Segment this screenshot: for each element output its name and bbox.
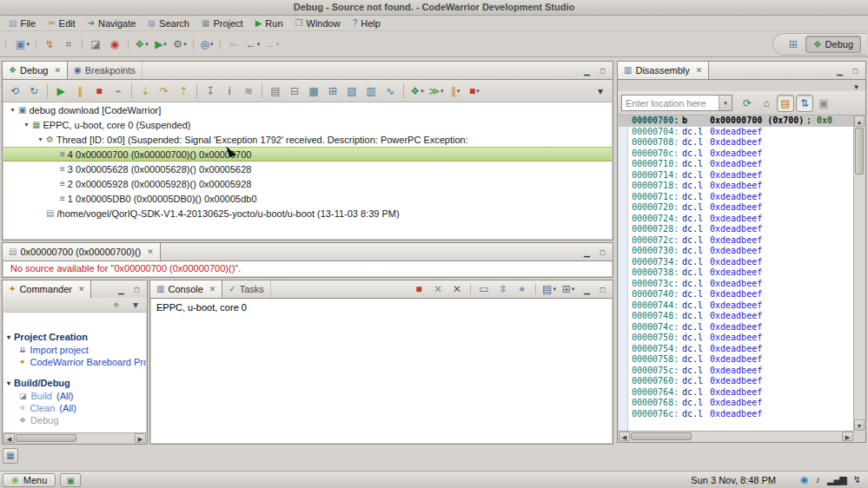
link-with-editor-button[interactable]: ⌖ (108, 296, 125, 313)
view-registers-button[interactable]: ⊞ (324, 82, 341, 100)
remove-launch-button[interactable]: ✕ (429, 280, 447, 298)
flash-programmer-button[interactable]: ↯ (41, 36, 58, 53)
debug-tree-row[interactable]: ≡1 0x00005DB0 (0x00005DB0)() 0x00005db0 (3, 191, 612, 206)
close-icon[interactable]: ✕ (209, 285, 216, 293)
debug-button[interactable]: ❖▾ (133, 36, 150, 53)
open-perspective-button[interactable]: ⊞ (785, 36, 802, 53)
step-return-button[interactable]: ⇡ (175, 82, 192, 100)
restart-button[interactable]: ↻ (25, 82, 43, 100)
clear-console-button[interactable]: ▭ (475, 280, 493, 298)
back-button[interactable]: ←▾ (244, 36, 262, 53)
open-console-button[interactable]: ⊞▾ (560, 280, 577, 298)
multicore-resume-button[interactable]: ≫▾ (427, 82, 445, 100)
scroll-right-icon[interactable]: ▶ (135, 433, 146, 443)
menu-project[interactable]: ▦Project (195, 16, 249, 31)
menu-window[interactable]: ❐Window (289, 16, 347, 31)
power-icon[interactable]: ↯ (853, 475, 861, 485)
remove-all-launches-button[interactable]: ✕ (448, 280, 466, 298)
commander-section-header[interactable]: ▾Project Creation (3, 330, 146, 344)
step-over-button[interactable]: ↷ (156, 82, 173, 100)
close-icon[interactable]: ✕ (147, 247, 154, 256)
titlebar[interactable]: Debug - Source not found. - CodeWarrior … (0, 0, 868, 16)
view-menu-button[interactable]: ▾ (592, 82, 609, 100)
system-menu-button[interactable]: ◉ Menu (3, 473, 56, 487)
trace-button[interactable]: ∿ (381, 82, 399, 100)
expander-icon[interactable]: ▾ (8, 106, 17, 114)
minimize-button[interactable]: ▁ (580, 64, 593, 76)
location-input[interactable]: Enter location here ▾ (621, 95, 732, 111)
tab-console[interactable]: ▥ Console ✕ (150, 280, 222, 298)
disassembly-row[interactable]: 00000704:dc.l0xdeadbeef (619, 127, 853, 138)
debug-tree-row[interactable]: ≡4 0x00000700 (0x00000700)() 0x00000700 (3, 147, 612, 162)
display-console-button[interactable]: ▤▾ (540, 280, 558, 298)
menu-run[interactable]: ▶Run (249, 16, 289, 31)
debug-tree-row[interactable]: ▤/home/vogel/QorIQ-SDK-V1.4-20130625-yoc… (3, 206, 612, 221)
collapse-all-button[interactable]: ⊟ (286, 82, 303, 100)
section-collapse-icon[interactable]: ▾ (7, 379, 10, 387)
pin-console-button[interactable]: ⌖ (514, 280, 531, 298)
editor-content[interactable]: No source available for "0x00000700 (0x0… (3, 261, 612, 276)
disassembly-settings-button[interactable]: ▣ (815, 95, 832, 112)
taskbar-app-button[interactable]: ▣ (60, 473, 81, 487)
scrollbar-thumb[interactable] (855, 128, 864, 175)
reset-target-button[interactable]: ⟲ (6, 82, 23, 100)
toolbar-drag-handle[interactable]: ⁞ (4, 36, 10, 53)
external-tools-button[interactable]: ⚙▾ (171, 36, 189, 53)
section-collapse-icon[interactable]: ▾ (7, 333, 10, 341)
disassembly-row[interactable]: 00000750:dc.l0xdeadbeef (619, 333, 853, 344)
minimize-button[interactable]: ▁ (580, 283, 593, 295)
menu-navigate[interactable]: ➜Navigate (82, 16, 142, 31)
show-full-paths-button[interactable]: ▤ (267, 82, 284, 100)
maximize-button[interactable]: □ (849, 64, 862, 76)
scroll-right-icon[interactable]: ▶ (842, 432, 853, 441)
instruction-stepping-button[interactable]: i (221, 82, 238, 100)
view-memory-button[interactable]: ▦ (305, 82, 322, 100)
scroll-left-icon[interactable]: ◀ (3, 433, 15, 443)
maximize-button[interactable]: □ (596, 64, 609, 76)
debug-perspective-button[interactable]: ❖ Debug (805, 36, 861, 53)
disassembly-row[interactable]: 00000708:dc.l0xdeadbeef (619, 137, 853, 148)
fast-view-button[interactable]: ▦ (3, 448, 18, 464)
target-connect-button[interactable]: ⌗ (60, 36, 77, 53)
refresh-button[interactable]: ⟳ (739, 95, 756, 112)
disassembly-row[interactable]: 00000714:dc.l0xdeadbeef (619, 170, 853, 181)
drop-to-frame-button[interactable]: ↧ (202, 82, 219, 100)
resume-button[interactable]: ▶ (52, 82, 70, 100)
view-menu-button[interactable]: ▾ (127, 296, 144, 313)
disassembly-row[interactable]: 00000728:dc.l0xdeadbeef (619, 224, 853, 235)
disassembly-row[interactable]: 00000740:dc.l0xdeadbeef (619, 289, 853, 300)
commander-horizontal-scrollbar[interactable]: ◀ ▶ (3, 432, 146, 443)
network-signal-icon[interactable]: ▂▄▆ (827, 475, 846, 485)
debug-tree-row[interactable]: ▾▦EPPC, u-boot, core 0 (Suspended) (3, 117, 612, 132)
minimize-button[interactable]: ▁ (833, 64, 846, 76)
disassembly-row[interactable]: 00000758:dc.l0xdeadbeef (619, 354, 853, 366)
view-variables-button[interactable]: ▧ (343, 82, 361, 100)
maximize-button[interactable]: □ (596, 246, 609, 258)
step-into-button[interactable]: ⇣ (136, 82, 154, 100)
disassembly-row[interactable]: 00000768:dc.l0xdeadbeef (619, 398, 853, 409)
disassembly-row[interactable]: 00000754:dc.l0xdeadbeef (619, 344, 853, 355)
disassembly-vertical-scrollbar[interactable]: ▲ ▼ (853, 115, 865, 431)
terminate-button[interactable]: ■ (90, 82, 108, 100)
sync-selection-toggle[interactable]: ⇅ (796, 95, 813, 112)
disassembly-row[interactable]: 00000710:dc.l0xdeadbeef (619, 159, 853, 170)
show-source-toggle[interactable]: ▤ (777, 95, 794, 112)
disassembly-row[interactable]: 00000738:dc.l0xdeadbeef (619, 267, 853, 279)
scroll-down-icon[interactable]: ▼ (854, 419, 865, 431)
terminate-button[interactable]: ■ (410, 280, 427, 298)
disassembly-horizontal-scrollbar[interactable]: ◀ ▶ (619, 431, 853, 441)
search-button[interactable]: ◎▾ (198, 36, 215, 53)
run-button[interactable]: ▶▾ (152, 36, 169, 53)
forward-button[interactable]: →▾ (263, 36, 281, 53)
disassembly-row[interactable]: 0000073c:dc.l0xdeadbeef (619, 279, 853, 290)
tab-debug[interactable]: ❖ Debug ✕ (3, 62, 68, 79)
scrollbar-thumb[interactable] (631, 432, 692, 440)
debug-link[interactable]: ❖Debug (3, 414, 146, 426)
view-menu-chevron[interactable]: ▾ (850, 80, 863, 92)
debug-tree-row[interactable]: ▾▣debug download [CodeWarrior] (3, 102, 612, 117)
suspend-button[interactable]: ∥ (71, 82, 89, 100)
quick-access-button[interactable]: ◉ (106, 36, 123, 53)
menu-file[interactable]: ▤File (3, 16, 42, 31)
disassembly-row[interactable]: 0000070c:dc.l0xdeadbeef (619, 148, 853, 160)
tab-breakpoints[interactable]: ◉ Breakpoints (68, 62, 142, 79)
